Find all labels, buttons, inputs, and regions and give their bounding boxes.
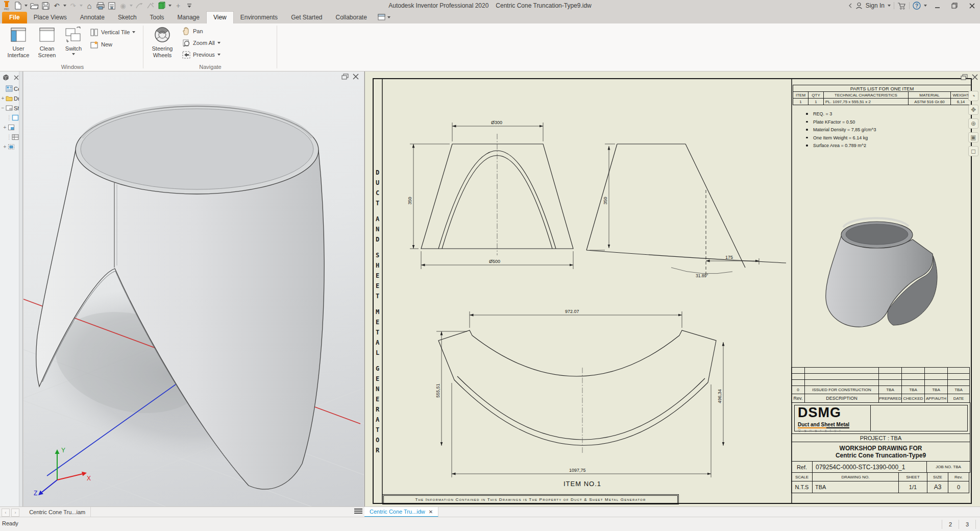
browser-scrollbar[interactable] <box>19 71 22 506</box>
tab-sketch[interactable]: Sketch <box>111 12 143 23</box>
sign-in-dropdown-icon[interactable] <box>888 5 891 7</box>
sheet-icon <box>6 105 13 111</box>
doc-tab-close-icon[interactable]: ✕ <box>429 509 433 515</box>
drawing-title-row: WORKSHOP DRAWING FOR Centric Cone Trunca… <box>792 442 970 462</box>
status-counter-b: 3 <box>959 521 975 527</box>
close-button[interactable] <box>965 1 979 11</box>
restore-button[interactable] <box>947 1 962 11</box>
flat-dim-left: 555,51 <box>435 383 440 398</box>
appearance-icon[interactable]: + <box>174 1 183 10</box>
note-item: Plate KFactor = 0.50 <box>805 119 958 125</box>
project-row: PROJECT : TBA <box>792 434 970 442</box>
sketch-a-icon[interactable] <box>135 1 144 10</box>
tab-collaborate[interactable]: Collaborate <box>329 12 374 23</box>
clean-screen-button[interactable]: Clean Screen <box>34 25 60 62</box>
previous-view-button[interactable]: Previous <box>182 49 220 60</box>
ribbon-panel-icon <box>378 14 385 20</box>
parts-list-row: 1 1 PL. 1097,75 x 555,51 x 2 ASTM 516 Gr… <box>793 99 971 105</box>
ribbon-tab-bar: File Place Views Annotate Sketch Tools M… <box>0 11 980 23</box>
new-window-button[interactable]: New <box>90 39 112 50</box>
redo-icon[interactable]: ↷ <box>68 1 78 10</box>
svg-text:PRO: PRO <box>4 8 9 11</box>
tab-environments[interactable]: Environments <box>234 12 284 23</box>
flat-pattern-view: 972.07 1097,75 555,51 496,34 ITEM NO.1 <box>435 309 723 488</box>
tab-view[interactable]: View <box>206 11 234 23</box>
drawing-title-line1: WORKSHOP DRAWING FOR <box>840 445 922 452</box>
status-text: Ready <box>2 520 18 526</box>
new-file-dropdown-icon[interactable] <box>24 5 28 7</box>
undo-dropdown-icon[interactable] <box>63 5 66 7</box>
flat-dim-right: 496,34 <box>717 389 722 403</box>
home-icon[interactable]: ⌂ <box>85 1 94 10</box>
drawing-close-icon[interactable] <box>972 74 978 80</box>
nav-wheel-icon[interactable]: ◔ <box>968 91 978 101</box>
tab-file[interactable]: File <box>2 12 27 23</box>
parts-list-icon <box>12 134 19 140</box>
ref-row: Ref. 079254C-0000-STC-1390-000_1 JOB NO.… <box>792 462 970 473</box>
tab-list-menu-icon[interactable] <box>354 509 362 516</box>
playback-icon[interactable]: ◉ <box>118 1 128 10</box>
steering-wheels-button[interactable]: Steering Wheels <box>148 25 177 62</box>
print-icon[interactable] <box>96 1 105 10</box>
customize-qat-icon[interactable] <box>185 1 194 10</box>
viewport-close-icon[interactable] <box>353 74 359 80</box>
tab-tools[interactable]: Tools <box>143 12 171 23</box>
browser-close-icon[interactable] <box>14 75 19 80</box>
viewport-3d[interactable]: Y X Z <box>23 71 364 506</box>
measure-icon[interactable] <box>107 1 116 10</box>
note-item: One Item Weight = 6.14 kg <box>805 135 958 140</box>
user-interface-button[interactable]: User Interface <box>5 25 32 62</box>
note-item: Material Density = 7,85 g/cm^3 <box>805 127 958 132</box>
help-icon[interactable]: ? <box>913 2 921 10</box>
user-interface-icon <box>10 26 27 43</box>
store-cart-icon[interactable] <box>897 2 906 10</box>
sketch-b-icon[interactable] <box>146 1 155 10</box>
doc-tab-assembly[interactable]: Centric Cone Tru...iam <box>24 507 91 517</box>
viewport-restore-icon[interactable] <box>341 74 349 80</box>
title-block: 0 ISSUED FOR CONSTRUCTION TBA TBA TBA TB… <box>792 368 970 493</box>
material-icon[interactable] <box>157 1 166 10</box>
redo-dropdown-icon[interactable] <box>80 5 83 7</box>
collapse-left-icon[interactable] <box>848 3 852 8</box>
sign-in-button[interactable]: Sign In <box>866 2 885 9</box>
zoom-all-button[interactable]: Zoom All <box>182 37 220 49</box>
material-dropdown-icon[interactable] <box>168 5 172 7</box>
minimize-button[interactable] <box>930 1 944 11</box>
open-icon[interactable] <box>30 1 39 10</box>
browser-model-icon[interactable] <box>2 74 10 81</box>
pan-button[interactable]: Pan <box>182 26 203 37</box>
previous-dropdown-icon <box>217 54 220 56</box>
switch-windows-button[interactable]: Switch <box>60 25 87 62</box>
browser-panel: Centr + Dr − Sh ┊ + ┊ <box>0 71 23 506</box>
ribbon-group-navigate: Steering Wheels Pan Zoom All Previous Na… <box>144 23 277 71</box>
nav-zoom-all-icon[interactable]: ◻ <box>968 146 978 156</box>
undo-icon[interactable]: ↶ <box>52 1 61 10</box>
tab-annotate[interactable]: Annotate <box>74 12 111 23</box>
doc-tab-drawing[interactable]: Centric Cone Tru...idw ✕ <box>364 507 438 517</box>
tab-place-views[interactable]: Place Views <box>27 12 74 23</box>
vertical-tile-button[interactable]: Vertical Tile <box>90 27 135 38</box>
inventor-logo-icon[interactable]: PRO <box>2 1 11 10</box>
drawing-restore-icon[interactable] <box>961 74 968 80</box>
playback-dropdown-icon[interactable] <box>130 5 133 7</box>
job-no: JOB NO. TBA <box>926 461 970 473</box>
help-dropdown-icon[interactable] <box>924 5 927 7</box>
nav-zoom-window-icon[interactable]: ▣ <box>968 132 978 142</box>
save-icon[interactable] <box>41 1 50 10</box>
nav-pan-icon[interactable]: ✥ <box>968 105 978 115</box>
drawing-panel[interactable]: Ø300 Ø500 350 350 175 <box>364 71 980 506</box>
tab-manage[interactable]: Manage <box>171 12 206 23</box>
title-block-icon <box>8 124 15 131</box>
model-3d-graphic <box>23 71 364 506</box>
tab-scroll-left-icon[interactable]: ‹ <box>2 509 10 517</box>
side-dim-height: 350 <box>603 197 608 204</box>
new-file-icon[interactable] <box>13 1 22 10</box>
document-title: Centric Cone Truncation-Type9.idw <box>496 2 591 9</box>
nav-zoom-icon[interactable]: ⊕ <box>968 118 978 129</box>
tab-scroll-right-icon[interactable]: › <box>11 509 19 517</box>
tab-get-started[interactable]: Get Started <box>284 12 329 23</box>
previous-view-icon <box>182 51 190 59</box>
ribbon-display-toggle[interactable] <box>374 14 395 23</box>
front-dim-height: 350 <box>407 197 412 204</box>
drawing-doc-icon <box>6 85 13 92</box>
